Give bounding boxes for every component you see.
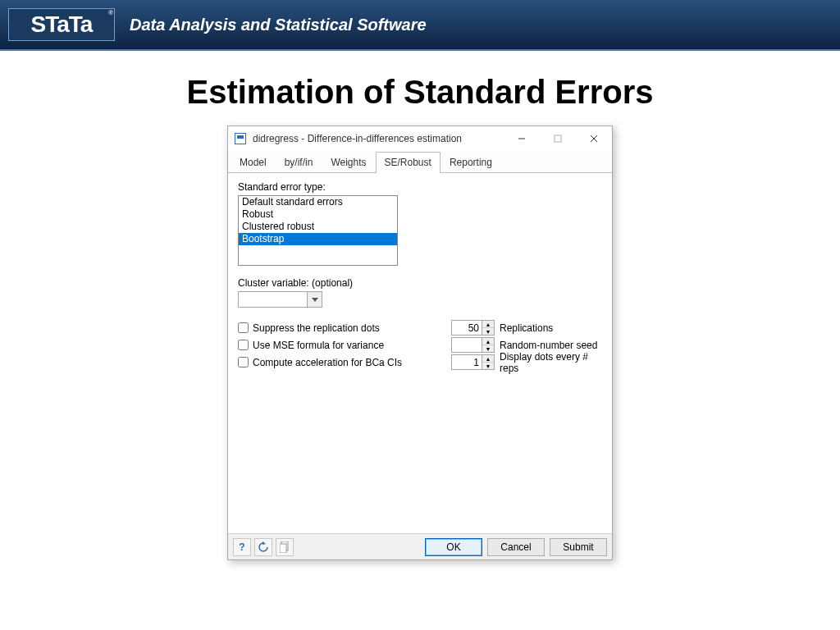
checkbox-mse-variance-label: Use MSE formula for variance [253, 340, 384, 351]
dots-label: Display dots every # reps [500, 351, 602, 374]
checkbox-bca-acceleration[interactable]: Compute acceleration for BCa CIs [238, 354, 451, 371]
seed-input[interactable] [451, 337, 482, 353]
trademark-icon: ® [108, 9, 112, 16]
replications-down[interactable]: ▼ [482, 328, 494, 335]
banner-tagline: Data Analysis and Statistical Software [130, 16, 427, 34]
dialog-bottom-bar: ? OK Cancel Submit [228, 533, 612, 559]
dialog-titlebar: didregress - Difference-in-differences e… [228, 126, 612, 151]
replications-label: Replications [500, 322, 553, 334]
se-option-robust[interactable]: Robust [239, 208, 397, 221]
svg-rect-7 [280, 544, 286, 553]
tab-page-se-robust: Standard error type: Default standard er… [228, 172, 612, 533]
checkbox-bca-acceleration-label: Compute acceleration for BCa CIs [253, 357, 402, 368]
cluster-variable-label: Cluster variable: (optional) [238, 277, 602, 289]
dots-down[interactable]: ▼ [482, 363, 494, 369]
seed-spinner[interactable]: ▲▼ [451, 337, 495, 353]
cluster-dropdown-button[interactable] [308, 291, 322, 308]
refresh-icon [258, 541, 269, 553]
maximize-button[interactable] [540, 126, 576, 151]
dialog-app-icon [235, 133, 246, 144]
reset-button[interactable] [254, 538, 272, 556]
chevron-down-icon [312, 298, 318, 302]
logo-text: STaTa [31, 11, 93, 38]
dots-spinner[interactable]: ▲▼ [451, 354, 495, 370]
didregress-dialog: didregress - Difference-in-differences e… [227, 126, 613, 560]
svg-marker-5 [262, 541, 266, 545]
se-type-label: Standard error type: [238, 181, 602, 193]
se-type-listbox[interactable]: Default standard errors Robust Clustered… [238, 195, 398, 266]
copy-button[interactable] [276, 538, 294, 556]
stata-banner: STaTa ® Data Analysis and Statistical So… [0, 0, 840, 51]
replications-up[interactable]: ▲ [482, 321, 494, 328]
submit-button[interactable]: Submit [550, 538, 607, 556]
tab-by-if-in[interactable]: by/if/in [276, 152, 322, 173]
ok-button[interactable]: OK [425, 538, 482, 556]
checkbox-mse-variance-input[interactable] [238, 340, 249, 350]
seed-up[interactable]: ▲ [482, 338, 494, 345]
dots-up[interactable]: ▲ [482, 355, 494, 363]
tab-reporting[interactable]: Reporting [441, 152, 501, 173]
replications-spinner[interactable]: ▲▼ [451, 320, 495, 336]
seed-down[interactable]: ▼ [482, 345, 494, 352]
se-option-bootstrap[interactable]: Bootstrap [239, 233, 397, 245]
tab-model[interactable]: Model [231, 152, 276, 173]
cancel-button[interactable]: Cancel [487, 538, 545, 556]
help-button[interactable]: ? [233, 538, 251, 556]
cluster-variable-combo[interactable] [238, 291, 602, 308]
slide-title: Estimation of Standard Errors [0, 74, 840, 111]
minimize-button[interactable] [504, 126, 540, 151]
se-option-default[interactable]: Default standard errors [239, 196, 397, 208]
cluster-variable-input[interactable] [238, 291, 308, 308]
checkbox-suppress-dots-label: Suppress the replication dots [253, 322, 380, 334]
replications-input[interactable] [451, 320, 482, 336]
seed-label: Random-number seed [500, 340, 597, 351]
copy-icon [280, 541, 290, 553]
dialog-tabs: Model by/if/in Weights SE/Robust Reporti… [228, 151, 612, 172]
se-option-clustered[interactable]: Clustered robust [239, 221, 397, 233]
dialog-title: didregress - Difference-in-differences e… [253, 133, 504, 144]
svg-marker-4 [312, 298, 318, 302]
close-button[interactable] [576, 126, 612, 151]
stata-logo: STaTa ® [8, 8, 115, 41]
svg-rect-1 [555, 135, 561, 142]
checkbox-suppress-dots[interactable]: Suppress the replication dots [238, 319, 451, 336]
help-icon: ? [239, 541, 244, 553]
tab-weights[interactable]: Weights [322, 152, 375, 173]
tab-se-robust[interactable]: SE/Robust [376, 152, 441, 173]
checkbox-mse-variance[interactable]: Use MSE formula for variance [238, 336, 451, 354]
checkbox-suppress-dots-input[interactable] [238, 322, 249, 333]
checkbox-bca-acceleration-input[interactable] [238, 357, 249, 368]
dots-input[interactable] [451, 354, 482, 370]
